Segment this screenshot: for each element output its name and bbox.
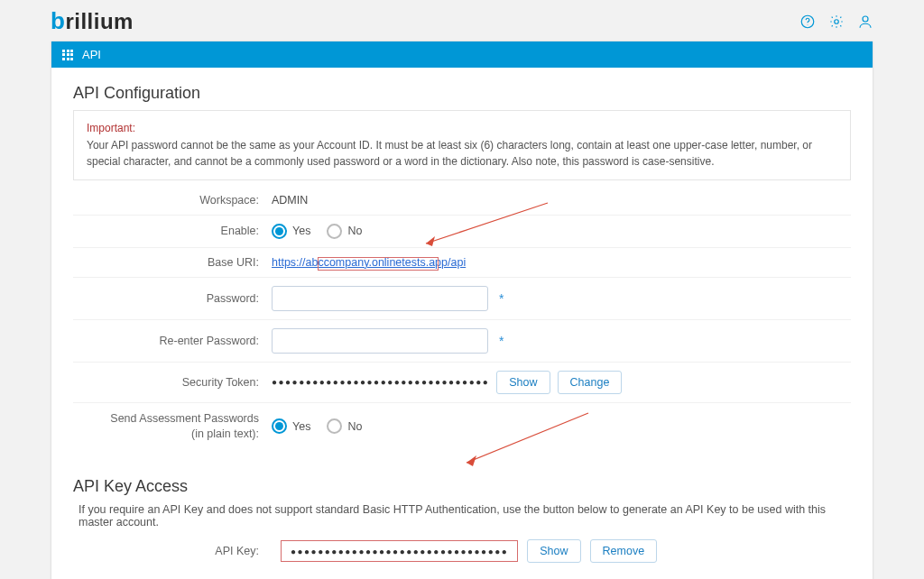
security-token-label: Security Token: — [73, 376, 272, 389]
token-change-button[interactable]: Change — [558, 371, 623, 394]
token-show-button[interactable]: Show — [496, 371, 550, 394]
svg-marker-7 — [467, 455, 476, 466]
enable-radiogroup: Yes No — [272, 224, 362, 239]
base-uri-link[interactable]: https://abccompany.onlinetests.app/api — [272, 256, 466, 269]
important-label: Important: — [87, 120, 837, 137]
brand-logo: brillium — [51, 7, 134, 35]
enable-label: Enable: — [73, 225, 272, 237]
important-note: Important: Your API password cannot be t… — [73, 110, 851, 180]
base-uri-label: Base URI: — [73, 256, 272, 269]
api-key-access-desc: If you require an API Key and does not s… — [73, 501, 851, 530]
send-pw-label: Send Assessment Passwords (in plain text… — [73, 411, 272, 442]
api-key-access-heading: API Key Access — [73, 477, 851, 496]
svg-point-2 — [835, 19, 839, 23]
api-key-mask-box: ●●●●●●●●●●●●●●●●●●●●●●●●●●●●●●●● — [281, 540, 518, 562]
important-text: Your API password cannot be the same as … — [87, 137, 837, 170]
api-key-remove-button[interactable]: Remove — [590, 539, 658, 563]
api-key-show-button[interactable]: Show — [527, 539, 580, 563]
enable-yes-radio[interactable]: Yes — [272, 224, 310, 239]
send-pw-yes-radio[interactable]: Yes — [272, 418, 310, 434]
gear-icon[interactable] — [828, 14, 845, 30]
password-label: Password: — [73, 292, 272, 305]
brand-text: rillium — [65, 9, 134, 34]
send-pw-no-radio[interactable]: No — [327, 418, 362, 434]
security-token-mask: ●●●●●●●●●●●●●●●●●●●●●●●●●●●●●●●● — [272, 377, 489, 387]
help-icon[interactable] — [799, 14, 816, 30]
page-title: API Configuration — [73, 84, 851, 103]
password-input[interactable] — [272, 286, 488, 311]
section-bar: API — [51, 41, 873, 68]
workspace-label: Workspace: — [73, 194, 272, 207]
grid-icon[interactable] — [62, 50, 73, 60]
brand-logomark: b — [51, 7, 65, 35]
svg-point-3 — [863, 16, 868, 22]
send-pw-radiogroup: Yes No — [272, 418, 362, 434]
enable-no-radio[interactable]: No — [327, 224, 362, 239]
workspace-value: ADMIN — [272, 194, 308, 207]
api-key-label: API Key: — [73, 545, 272, 557]
svg-point-1 — [808, 24, 808, 25]
required-mark: * — [499, 291, 504, 306]
reenter-password-label: Re-enter Password: — [73, 335, 272, 347]
user-icon[interactable] — [857, 14, 873, 30]
reenter-password-input[interactable] — [272, 328, 488, 354]
api-key-mask: ●●●●●●●●●●●●●●●●●●●●●●●●●●●●●●●● — [291, 547, 508, 556]
required-mark: * — [499, 334, 504, 348]
section-title: API — [82, 48, 101, 61]
